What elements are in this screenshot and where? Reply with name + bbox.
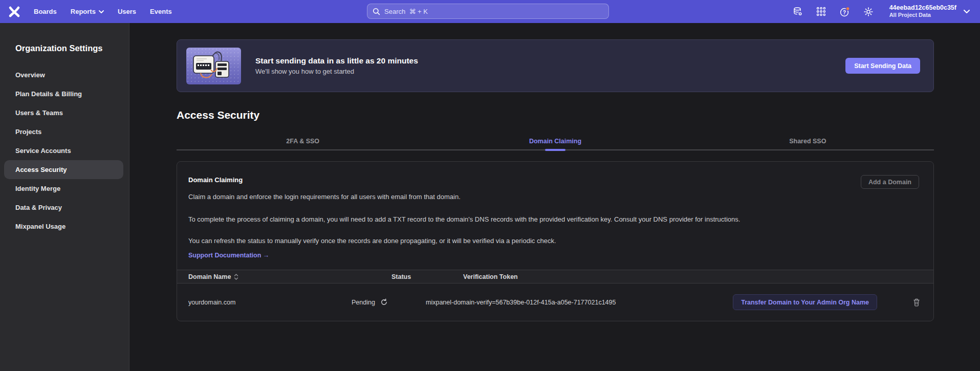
banner-title: Start sending data in as little as 20 mi… [255, 56, 418, 66]
apps-grid-icon[interactable] [816, 6, 827, 17]
cell-domain-name: yourdomain.com [177, 299, 352, 306]
banner-illustration [186, 48, 241, 84]
header-verification-token: Verification Token [426, 273, 688, 280]
tab-domain-claiming[interactable]: Domain Claiming [429, 138, 681, 149]
refresh-icon[interactable] [380, 298, 388, 306]
sort-icon[interactable] [234, 274, 238, 280]
trash-icon [913, 298, 920, 307]
banner-text: Start sending data in as little as 20 mi… [255, 56, 418, 75]
add-domain-button[interactable]: Add a Domain [861, 175, 919, 189]
header-status: Status [352, 273, 426, 280]
nav-item-users[interactable]: Users [118, 8, 136, 15]
tab-shared-sso[interactable]: Shared SSO [682, 138, 934, 149]
sidebar-title: Organization Settings [0, 43, 129, 53]
transfer-domain-button[interactable]: Transfer Domain to Your Admin Org Name [733, 294, 877, 310]
card-title: Domain Claiming [188, 175, 922, 185]
card-paragraph: Claim a domain and enforce the login req… [188, 192, 869, 202]
support-documentation-link[interactable]: Support Documentation → [188, 251, 269, 260]
start-sending-data-button[interactable]: Start Sending Data [845, 58, 920, 74]
nav-label: Users [118, 8, 136, 15]
account-switcher[interactable]: 44eebad12c65eb0c35f All Project Data [889, 4, 970, 19]
status-badge: Pending [352, 299, 375, 306]
search-input[interactable] [384, 8, 603, 15]
nav-item-events[interactable]: Events [150, 8, 172, 15]
delete-domain-button[interactable] [913, 298, 920, 307]
help-icon[interactable]: ? [839, 6, 851, 17]
page-title: Access Security [177, 109, 934, 121]
onboarding-banner: Start sending data in as little as 20 mi… [177, 39, 934, 92]
nav-label: Boards [34, 8, 57, 15]
svg-text:?: ? [843, 9, 846, 15]
header-domain-name: Domain Name [177, 273, 352, 280]
chevron-down-icon [964, 10, 970, 13]
sidebar-item-service-accounts[interactable]: Service Accounts [4, 141, 123, 160]
nav-item-reports[interactable]: Reports [71, 8, 104, 15]
search-icon [373, 8, 380, 15]
main-content: Start sending data in as little as 20 mi… [129, 23, 980, 371]
sidebar-item-access-security[interactable]: Access Security [4, 160, 123, 179]
chevron-down-icon [99, 10, 104, 13]
data-management-icon[interactable] [792, 6, 803, 17]
header-label: Domain Name [188, 273, 231, 280]
table-row: yourdomain.com Pending mixpanel-domain-v… [177, 283, 933, 321]
security-tabs: 2FA & SSO Domain Claiming Shared SSO [177, 138, 934, 150]
card-paragraph: To complete the process of claiming a do… [188, 214, 869, 225]
cell-status: Pending [352, 298, 426, 306]
card-paragraph: You can refresh the status to manually v… [188, 235, 869, 247]
sidebar-item-users-teams[interactable]: Users & Teams [4, 103, 123, 122]
nav-item-boards[interactable]: Boards [34, 8, 57, 15]
top-navbar: Boards Reports Users Events [0, 0, 980, 23]
main-nav: Boards Reports Users Events [34, 8, 172, 15]
table-header-row: Domain Name Status Verification Token [177, 270, 933, 283]
gear-icon[interactable] [863, 6, 874, 17]
cell-verification-token: mixpanel-domain-verify=567b39be-012f-415… [426, 299, 688, 306]
sidebar-item-plan-details-billing[interactable]: Plan Details & Billing [4, 84, 123, 103]
domain-claiming-card: Add a Domain Domain Claiming Claim a dom… [177, 161, 934, 321]
mixpanel-logo-icon[interactable] [7, 5, 21, 19]
nav-label: Reports [71, 8, 96, 15]
nav-label: Events [150, 8, 172, 15]
org-id: 44eebad12c65eb0c35f [889, 4, 956, 12]
sidebar-item-projects[interactable]: Projects [4, 122, 123, 141]
navbar-right: ? 44eebad12c65eb0c35f All Project Data [792, 4, 970, 19]
sidebar-item-overview[interactable]: Overview [4, 66, 123, 84]
global-search[interactable] [367, 4, 609, 19]
sidebar-item-data-privacy[interactable]: Data & Privacy [4, 198, 123, 217]
project-name: All Project Data [889, 12, 956, 19]
sidebar-item-mixpanel-usage[interactable]: Mixpanel Usage [4, 217, 123, 236]
settings-sidebar: Organization Settings Overview Plan Deta… [0, 23, 129, 371]
domains-table: Domain Name Status Verification Token yo… [177, 270, 933, 321]
banner-subtitle: We'll show you how to get started [255, 68, 418, 75]
sidebar-item-identity-merge[interactable]: Identity Merge [4, 179, 123, 198]
tab-2fa-sso[interactable]: 2FA & SSO [177, 138, 429, 149]
cell-actions: Transfer Domain to Your Admin Org Name [688, 294, 933, 310]
account-info: 44eebad12c65eb0c35f All Project Data [889, 4, 956, 19]
